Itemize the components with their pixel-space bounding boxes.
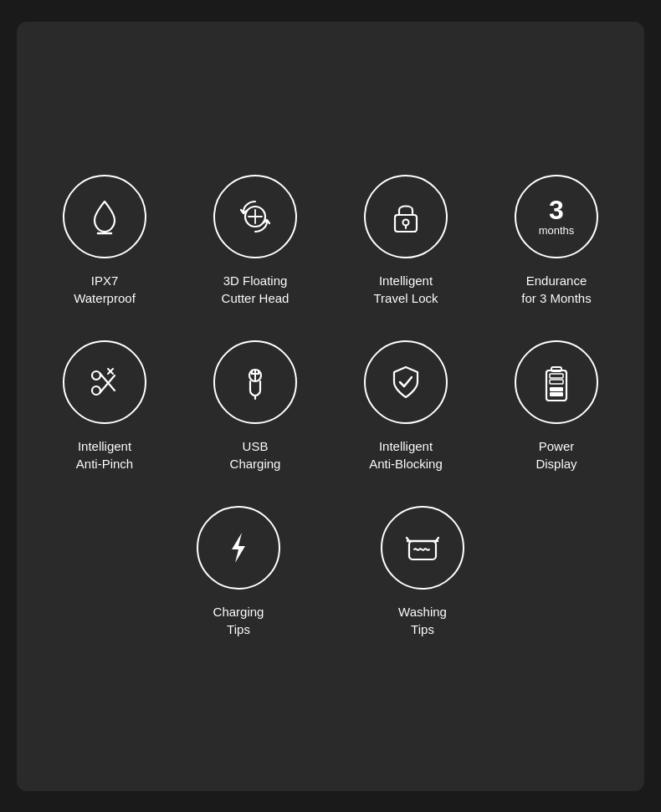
cutter-icon xyxy=(213,175,297,258)
feature-anti-pinch: IntelligentAnti-Pinch xyxy=(38,340,172,472)
usb-label: USBCharging xyxy=(230,437,281,472)
svg-line-9 xyxy=(100,373,115,391)
feature-charging-tips: ChargingTips xyxy=(172,506,305,638)
washing-tips-label: WashingTips xyxy=(398,603,447,638)
svg-rect-23 xyxy=(550,374,563,378)
endurance-label: Endurancefor 3 Months xyxy=(521,272,591,307)
ipx7-icon xyxy=(63,175,146,258)
svg-rect-21 xyxy=(550,387,563,391)
months-text: 3months xyxy=(539,196,575,237)
feature-endurance: 3months Endurancefor 3 Months xyxy=(489,175,623,307)
feature-ipx7: IPX7Waterproof xyxy=(38,175,172,307)
wash-icon xyxy=(381,506,464,590)
lightning-icon xyxy=(197,506,280,590)
feature-travel-lock: IntelligentTravel Lock xyxy=(339,175,473,307)
battery-icon xyxy=(515,340,598,424)
cutter-label: 3D FloatingCutter Head xyxy=(222,272,290,307)
months-icon: 3months xyxy=(515,175,598,258)
scissors-icon xyxy=(63,340,146,424)
svg-point-5 xyxy=(403,219,409,225)
feature-row-2: IntelligentAnti-Pinch USB xyxy=(33,340,628,472)
shield-icon xyxy=(364,340,448,424)
charging-tips-label: ChargingTips xyxy=(213,603,264,638)
lock-icon xyxy=(364,175,448,258)
feature-washing-tips: WashingTips xyxy=(356,506,489,638)
feature-row-3: ChargingTips WashingTips xyxy=(33,506,628,638)
svg-rect-20 xyxy=(551,367,561,371)
ipx7-label: IPX7Waterproof xyxy=(74,272,136,307)
svg-rect-22 xyxy=(550,392,563,396)
feature-row-1: IPX7Waterproof 3D Floatin xyxy=(33,175,628,307)
anti-pinch-label: IntelligentAnti-Pinch xyxy=(76,437,133,472)
svg-marker-25 xyxy=(232,533,245,563)
feature-3d-floating: 3D FloatingCutter Head xyxy=(188,175,322,307)
usb-icon xyxy=(213,340,297,424)
power-label: PowerDisplay xyxy=(535,437,576,472)
lock-label: IntelligentTravel Lock xyxy=(374,272,438,307)
feature-anti-blocking: IntelligentAnti-Blocking xyxy=(339,340,473,472)
feature-grid: IPX7Waterproof 3D Floatin xyxy=(17,22,644,791)
feature-usb-charging: USBCharging xyxy=(188,340,322,472)
svg-line-10 xyxy=(100,375,115,393)
feature-power-display: PowerDisplay xyxy=(489,340,623,472)
svg-rect-24 xyxy=(550,380,563,384)
anti-blocking-label: IntelligentAnti-Blocking xyxy=(369,437,443,472)
